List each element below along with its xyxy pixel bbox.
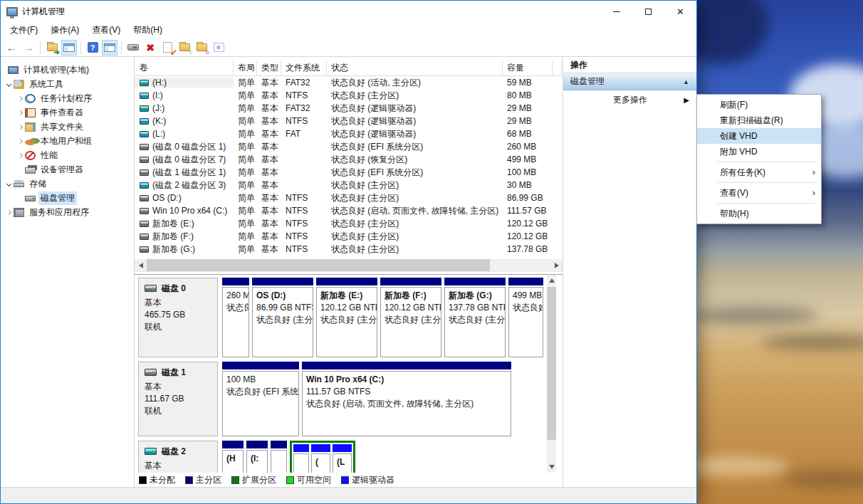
disk-info-line: 111.67 GB xyxy=(145,393,213,405)
menubar-item-view[interactable]: 查看(V) xyxy=(85,22,127,38)
chevron-down-icon[interactable] xyxy=(4,83,14,86)
tree-item-storage[interactable]: 存储 xyxy=(1,177,134,191)
partition-block[interactable]: 499 MB状态良好 (恢复分区) xyxy=(508,278,543,357)
volume-list-hscrollbar[interactable] xyxy=(135,259,563,271)
column-header[interactable]: 状态 xyxy=(327,61,503,75)
volume-row[interactable]: 新加卷 (F:)简单基本NTFS状态良好 (主分区)120.12 GB xyxy=(135,230,563,243)
volume-row[interactable]: (L:)简单基本FAT状态良好 (逻辑驱动器)68 MB xyxy=(135,127,563,140)
scroll-down-icon[interactable] xyxy=(545,461,558,473)
disk-name: 磁盘 0 xyxy=(145,283,213,295)
volume-row[interactable]: (磁盘 2 磁盘分区 3)简单基本状态良好 (主分区)30 MB xyxy=(135,179,563,191)
tree-item-system-tools[interactable]: 系统工具 xyxy=(1,77,134,91)
context-menu: 刷新(F)重新扫描磁盘(R)创建 VHD附加 VHD所有任务(K)›查看(V)›… xyxy=(696,94,822,224)
show-action-pane-icon[interactable] xyxy=(102,40,117,56)
menu-item-label: 创建 VHD xyxy=(720,128,758,144)
volume-name-cell: Win 10 Pro x64 (C:) xyxy=(135,206,234,216)
tree-item-task-scheduler[interactable]: 任务计划程序 xyxy=(1,91,134,105)
device-viewer-icon[interactable] xyxy=(125,40,141,56)
title-bar[interactable]: 计算机管理 ✕ xyxy=(1,1,696,22)
volume-row[interactable]: OS (D:)简单基本NTFS状态良好 (主分区)86.99 GB xyxy=(135,191,563,204)
volume-row[interactable]: 新加卷 (G:)简单基本NTFS状态良好 (主分区)137.78 GB xyxy=(135,243,563,256)
scroll-up-icon[interactable] xyxy=(545,275,558,287)
column-header[interactable]: 文件系统 xyxy=(281,61,327,75)
context-menu-item-help[interactable]: 帮助(H) xyxy=(697,206,821,221)
tree-item-performance[interactable]: 性能 xyxy=(1,148,134,162)
help-icon[interactable]: ? xyxy=(85,40,100,56)
forward-icon[interactable]: → xyxy=(21,40,36,56)
volume-row[interactable]: (磁盘 0 磁盘分区 7)简单基本状态良好 (恢复分区)499 MB xyxy=(135,153,563,166)
volume-row[interactable]: (磁盘 1 磁盘分区 1)简单基本状态良好 (EFI 系统分区)100 MB xyxy=(135,166,563,179)
tree-item-device-manager[interactable]: 设备管理器 xyxy=(1,162,134,177)
partition-block[interactable]: OS (D:)86.99 GB NTFS状态良好 (主分区) xyxy=(252,278,313,357)
minimize-button[interactable] xyxy=(600,1,632,22)
menubar-item-action[interactable]: 操作(A) xyxy=(44,22,85,38)
folder-search-icon[interactable]: ○ xyxy=(194,40,209,56)
chevron-right-icon[interactable] xyxy=(15,97,25,100)
primary-partition-bar xyxy=(380,278,441,285)
chevron-right-icon[interactable] xyxy=(15,154,25,157)
volume-row[interactable]: Win 10 Pro x64 (C:)简单基本NTFS状态良好 (启动, 页面文… xyxy=(135,204,563,217)
hscrollbar-thumb[interactable] xyxy=(147,259,490,271)
show-console-tree-icon[interactable] xyxy=(61,40,77,56)
partition-name: (L xyxy=(337,456,348,468)
column-header[interactable]: 卷 xyxy=(135,61,234,75)
volume-row[interactable]: (H:)简单基本FAT32状态良好 (活动, 主分区)59 MB xyxy=(135,76,563,89)
partition-block[interactable]: 新加卷 (E:)120.12 GB NTFS状态良好 (主分区) xyxy=(316,278,377,357)
scroll-left-icon[interactable] xyxy=(135,259,147,271)
context-menu-item-view[interactable]: 查看(V)› xyxy=(697,185,821,201)
close-button[interactable]: ✕ xyxy=(664,1,696,22)
tree-item-computer-management-local[interactable]: 计算机管理(本地) xyxy=(1,63,134,77)
column-header[interactable]: 类型 xyxy=(257,61,281,75)
tree-item-disk-management[interactable]: 磁盘管理 xyxy=(1,191,134,205)
chevron-right-icon[interactable] xyxy=(15,140,25,143)
chevron-down-icon[interactable] xyxy=(4,182,14,186)
tree-item-services-and-applications[interactable]: 服务和应用程序 xyxy=(1,205,134,219)
vscrollbar-thumb[interactable] xyxy=(547,287,556,440)
collapse-icon[interactable]: ▲ xyxy=(683,78,689,85)
partition-block[interactable]: 新加卷 (G:)137.78 GB NTFS状态良好 (主分区) xyxy=(444,278,506,357)
volume-cell: 简单 xyxy=(234,115,257,127)
primary-partition-bar xyxy=(271,441,287,448)
chevron-right-icon[interactable] xyxy=(4,211,14,214)
tree-item-local-users-and-groups[interactable]: 本地用户和组 xyxy=(1,134,134,148)
delete-icon[interactable]: ✖ xyxy=(142,40,158,56)
disk-label-0[interactable]: 磁盘 0基本465.75 GB联机 xyxy=(138,278,218,357)
volume-name: 新加卷 (F:) xyxy=(152,231,194,243)
context-menu-item-refresh[interactable]: 刷新(F) xyxy=(697,97,821,112)
volume-name-cell: OS (D:) xyxy=(135,193,234,203)
volume-row[interactable]: (磁盘 0 磁盘分区 1)简单基本状态良好 (EFI 系统分区)260 MB xyxy=(135,140,563,153)
chevron-right-icon[interactable] xyxy=(15,125,25,129)
partition-block[interactable]: 260 MB状态良好 (EFI 系统分区) xyxy=(222,278,249,357)
volume-cell: 基本 xyxy=(257,179,281,191)
folder-up-icon[interactable]: ↑ xyxy=(177,40,192,56)
tree-item-shared-folders[interactable]: 共享文件夹 xyxy=(1,120,134,134)
disk-label-1[interactable]: 磁盘 1基本111.67 GB联机 xyxy=(138,362,218,436)
scroll-right-icon[interactable] xyxy=(550,259,563,271)
disk-pane-vscrollbar[interactable] xyxy=(547,275,556,473)
back-icon[interactable]: ← xyxy=(4,40,19,56)
export-list-icon[interactable]: ➔ xyxy=(44,40,60,56)
tree-item-event-viewer[interactable]: 事件查看器 xyxy=(1,105,134,120)
partition-status: 状态良好 (主分区) xyxy=(385,314,438,326)
volume-row[interactable]: (J:)简单基本FAT32状态良好 (逻辑驱动器)29 MB xyxy=(135,102,563,115)
volume-row[interactable]: (K:)简单基本NTFS状态良好 (逻辑驱动器)29 MB xyxy=(135,115,563,127)
chevron-right-icon[interactable] xyxy=(15,111,25,115)
task-list-icon[interactable]: ≡ xyxy=(211,40,226,56)
context-menu-item-attach-vhd[interactable]: 附加 VHD xyxy=(697,144,821,159)
maximize-button[interactable] xyxy=(632,1,664,22)
column-header[interactable]: 布局 xyxy=(234,61,257,75)
partition-block[interactable]: 100 MB状态良好 (EFI 系统分区) xyxy=(222,362,299,436)
check-document-icon[interactable]: ✔ xyxy=(159,40,175,56)
volume-row[interactable]: 新加卷 (E:)简单基本NTFS状态良好 (主分区)120.12 GB xyxy=(135,217,563,230)
actions-section-disk-management[interactable]: 磁盘管理 ▲ xyxy=(563,73,696,90)
context-menu-item-all-tasks[interactable]: 所有任务(K)› xyxy=(697,164,821,180)
menubar-item-help[interactable]: 帮助(H) xyxy=(127,22,169,38)
menubar-item-file[interactable]: 文件(F) xyxy=(4,22,44,38)
context-menu-item-rescan-disks[interactable]: 重新扫描磁盘(R) xyxy=(697,112,821,128)
more-actions-item[interactable]: 更多操作 ▶ xyxy=(563,90,696,109)
context-menu-item-create-vhd[interactable]: 创建 VHD xyxy=(697,128,821,144)
volume-row[interactable]: (I:)简单基本NTFS状态良好 (主分区)80 MB xyxy=(135,89,563,102)
partition-block[interactable]: Win 10 Pro x64 (C:)111.57 GB NTFS状态良好 (启… xyxy=(302,362,511,436)
column-header[interactable]: 容量 xyxy=(503,61,553,75)
partition-block[interactable]: 新加卷 (F:)120.12 GB NTFS状态良好 (主分区) xyxy=(380,278,441,357)
